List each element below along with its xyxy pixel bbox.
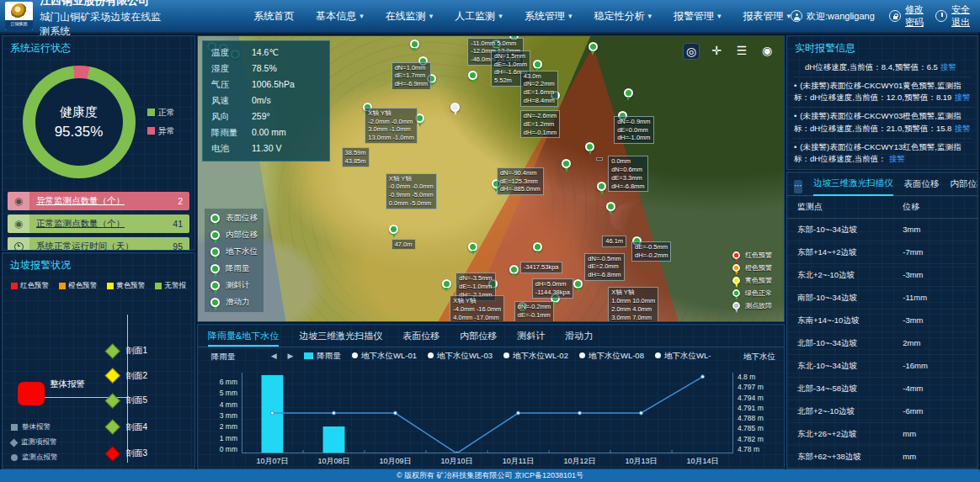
sensor-legend-item[interactable]: 降雨量 bbox=[210, 263, 258, 274]
chart-legend-item[interactable]: 降雨量 bbox=[304, 351, 341, 362]
chart-tab[interactable]: 降雨量&地下水位 bbox=[208, 330, 279, 347]
sensor-legend-item[interactable]: 滑动力 bbox=[210, 297, 258, 308]
legend-prev-icon[interactable]: ◀ bbox=[271, 352, 277, 360]
column-header: 位移 bbox=[903, 201, 919, 213]
nav-item[interactable]: 人工监测 ▾ bbox=[455, 9, 503, 24]
axis-tick: 4.794 m bbox=[738, 394, 764, 402]
more-tabs-button[interactable]: ⋯ bbox=[794, 180, 802, 193]
legend-next-icon[interactable]: ▶ bbox=[288, 352, 294, 360]
table-row[interactable]: 北部-10~-34边坡 2mm bbox=[787, 332, 977, 355]
chart-tab[interactable]: 表面位移 bbox=[402, 330, 439, 347]
stat-icon: ◉ bbox=[8, 192, 29, 210]
sensor-legend-item[interactable]: 测斜计 bbox=[210, 280, 258, 291]
sensor-pin-icon[interactable] bbox=[585, 142, 594, 151]
table-row[interactable]: 东部-10~-34边坡 3mm bbox=[787, 219, 977, 241]
table-row[interactable]: 东北+2~-10边坡 -3mm bbox=[787, 264, 977, 287]
sensor-pin-icon[interactable] bbox=[589, 42, 598, 51]
chart-tab[interactable]: 滑动力 bbox=[565, 330, 593, 347]
table-tab[interactable]: 边坡三维激光扫描仪 bbox=[813, 177, 893, 196]
table-row[interactable]: 东北-10~-34边坡 -16mm bbox=[787, 355, 977, 378]
sensor-pin-icon[interactable] bbox=[468, 242, 477, 252]
section-node[interactable]: 剖面1 bbox=[107, 345, 147, 357]
chart-legend-item[interactable]: 地下水位WL-02 bbox=[503, 351, 568, 362]
sensor-pin-icon[interactable] bbox=[509, 265, 519, 274]
logo-text: 江铜集团 bbox=[5, 20, 33, 30]
table-row[interactable]: 南部-10~-34边坡 -11mm bbox=[787, 287, 977, 310]
sensor-pin-icon[interactable] bbox=[410, 40, 419, 49]
sensor-pin-icon[interactable] bbox=[606, 202, 615, 211]
sensor-pin-icon[interactable] bbox=[468, 71, 477, 80]
sensor-legend-item[interactable]: 表面位移 bbox=[210, 213, 258, 224]
legend-swatch bbox=[147, 127, 155, 135]
change-password-button[interactable]: 修改密码 bbox=[889, 3, 924, 29]
sensor-pin-icon[interactable] bbox=[450, 103, 460, 112]
axis-tick: 4.797 m bbox=[738, 383, 764, 391]
company-logo: 江铜集团 bbox=[5, 2, 33, 30]
monitor-point-cell: 东北+26~+2边坡 bbox=[797, 429, 903, 440]
sensor-pin-icon[interactable] bbox=[389, 225, 398, 234]
section-node[interactable]: 剖面5 bbox=[107, 395, 147, 406]
logout-button[interactable]: 安全退出 bbox=[935, 3, 970, 29]
sensor-legend-item[interactable]: 内部位移 bbox=[210, 230, 258, 241]
chart-legend-item[interactable]: 地下水位WL-08 bbox=[579, 351, 644, 362]
chart-legend-item[interactable]: 地下水位WL-03 bbox=[428, 351, 493, 362]
nav-item[interactable]: 报表管理 ▾ bbox=[743, 9, 791, 24]
chart-legend-label: 降雨量 bbox=[317, 351, 341, 360]
measurement-label: X轴 Y轴 1.0mm 10.0mm 2.0mm 4.0mm 3.0mm 7.0… bbox=[608, 287, 658, 322]
chart-tab[interactable]: 内部位移 bbox=[460, 330, 497, 347]
section-node[interactable]: 剖面2 bbox=[107, 370, 147, 382]
nav-item[interactable]: 系统首页 bbox=[253, 9, 294, 24]
table-tab[interactable]: 表面位移 bbox=[904, 178, 940, 195]
table-row[interactable]: 北部-34~-58边坡 -4mm bbox=[787, 378, 977, 400]
table-tab[interactable]: 内部位移 bbox=[951, 178, 979, 195]
shape-label: 整体报警 bbox=[22, 422, 51, 432]
chart-legend-item[interactable]: 地下水位WL-01 bbox=[352, 351, 417, 362]
section-node[interactable]: 剖面4 bbox=[107, 421, 147, 433]
acknowledge-link[interactable]: 接警 bbox=[889, 154, 905, 163]
acknowledge-link[interactable]: 接警 bbox=[954, 93, 970, 102]
nav-item[interactable]: 基本信息 ▾ bbox=[316, 9, 364, 24]
legend-label: 黄色预警 bbox=[116, 281, 145, 291]
panel-title: 系统运行状态 bbox=[3, 36, 194, 59]
nav-item[interactable]: 稳定性分析 ▾ bbox=[594, 9, 652, 24]
acknowledge-link[interactable]: 接警 bbox=[954, 124, 970, 133]
table-row[interactable]: 东部+14~+2边坡 -7mm bbox=[787, 241, 977, 264]
monitor-point-cell: 东北+2~-10边坡 bbox=[797, 270, 903, 281]
weather-value: 259° bbox=[252, 111, 270, 123]
sensor-pin-icon[interactable] bbox=[533, 60, 542, 69]
satellite-map[interactable]: -11.0mm 5.0mm -12.0mm 13.0mm -46.0mm 28.… bbox=[197, 35, 785, 322]
section-label: 剖面5 bbox=[125, 395, 147, 406]
map-control-icon[interactable]: ☰ bbox=[733, 43, 750, 60]
stat-row: 系统正常运行时间（天） 95 bbox=[8, 237, 189, 251]
map-control-icon[interactable]: ✛ bbox=[708, 43, 725, 60]
weather-row: 气压 1006.5hPa bbox=[211, 79, 321, 91]
sensor-pin-icon[interactable] bbox=[533, 242, 542, 252]
chart-tab[interactable]: 测斜计 bbox=[517, 330, 545, 347]
section-diamond-icon bbox=[105, 393, 120, 408]
sensor-pin-icon[interactable] bbox=[442, 279, 451, 289]
chart-tab[interactable]: 边坡三维激光扫描仪 bbox=[299, 330, 382, 347]
nav-item[interactable]: 系统管理 ▾ bbox=[525, 9, 573, 24]
sensor-pin-icon[interactable] bbox=[573, 279, 583, 289]
overall-alarm-node[interactable] bbox=[18, 382, 45, 405]
chart-legend-item[interactable]: 地下水位WL- bbox=[655, 351, 711, 362]
nav-item-label: 稳定性分析 bbox=[594, 9, 644, 24]
map-control-icon[interactable]: ◉ bbox=[759, 43, 775, 60]
table-row[interactable]: 北部+2~-10边坡 -6mm bbox=[787, 400, 977, 423]
nav-item[interactable]: 报警管理 ▾ bbox=[674, 9, 722, 24]
table-row[interactable]: 东北+26~+2边坡 mm bbox=[787, 423, 977, 446]
table-row[interactable]: 东南+14~-10边坡 -3mm bbox=[787, 310, 977, 332]
sensor-pin-icon[interactable] bbox=[597, 182, 606, 191]
sensor-pin-icon[interactable] bbox=[562, 159, 571, 168]
map-control-icon[interactable]: ◎ bbox=[683, 43, 700, 60]
target-icon: ◉ bbox=[14, 195, 23, 207]
acknowledge-link[interactable]: 接警 bbox=[940, 62, 956, 72]
section-node[interactable]: 剖面3 bbox=[107, 448, 147, 459]
legend-chip-icon bbox=[304, 352, 313, 359]
sensor-legend-item[interactable]: 地下水位 bbox=[210, 246, 258, 257]
nav-item[interactable]: 在线监测 ▾ bbox=[386, 9, 434, 24]
company-name: 江西铜业股份有限公司 bbox=[40, 0, 165, 8]
table-row[interactable]: 东部+62~+38边坡 mm bbox=[787, 446, 977, 469]
section-diamond-icon bbox=[105, 419, 120, 434]
sensor-pin-icon[interactable] bbox=[624, 88, 633, 98]
